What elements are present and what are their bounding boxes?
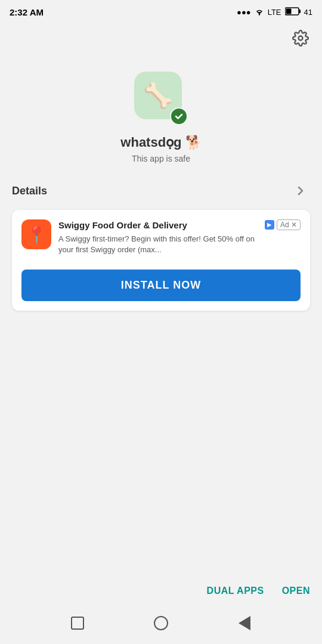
ad-content: 📍 Swiggy Food Order & Delivery A Swiggy … bbox=[21, 219, 265, 255]
sponsored-icon: ▶ bbox=[265, 220, 274, 230]
ad-top-row: 📍 Swiggy Food Order & Delivery A Swiggy … bbox=[21, 219, 301, 255]
main-content: 🦴 whatsdọg 🐕 This app is safe Details 📍 bbox=[0, 24, 322, 311]
svg-point-4 bbox=[299, 36, 303, 41]
ad-description: A Swiggy first-timer? Begin with this of… bbox=[58, 234, 265, 255]
open-button[interactable]: OPEN bbox=[282, 586, 310, 596]
status-bar: 2:32 AM ●●● LTE 41 bbox=[0, 0, 322, 24]
wifi-icon bbox=[255, 7, 264, 17]
status-time: 2:32 AM bbox=[10, 7, 44, 17]
dual-apps-button[interactable]: DUAL APPS bbox=[207, 586, 264, 596]
status-icons: ●●● LTE 41 bbox=[237, 7, 312, 17]
back-icon bbox=[239, 616, 250, 630]
bottom-actions: DUAL APPS OPEN bbox=[0, 586, 322, 596]
ad-text-block: Swiggy Food Order & Delivery A Swiggy fi… bbox=[58, 219, 265, 255]
details-arrow-button[interactable] bbox=[291, 181, 310, 200]
app-icon-container: 🦴 bbox=[134, 72, 188, 125]
verified-badge bbox=[170, 107, 188, 125]
back-button[interactable] bbox=[236, 614, 253, 632]
home-button[interactable] bbox=[152, 614, 170, 632]
ad-label-area: ▶ Ad ✕ bbox=[265, 219, 301, 230]
lte-icon: LTE bbox=[268, 8, 281, 17]
settings-button[interactable] bbox=[289, 26, 312, 50]
battery-icon bbox=[285, 7, 301, 17]
app-icon-emoji: 🦴 bbox=[143, 82, 173, 110]
svg-rect-3 bbox=[286, 8, 291, 14]
recent-apps-icon bbox=[71, 617, 84, 630]
svg-point-0 bbox=[258, 14, 259, 15]
swiggy-app-icon: 📍 bbox=[21, 219, 51, 249]
install-now-button[interactable]: INSTALL NOW bbox=[21, 270, 301, 301]
recent-apps-button[interactable] bbox=[69, 614, 86, 632]
app-safe-text: This app is safe bbox=[132, 154, 190, 163]
ad-card: 📍 Swiggy Food Order & Delivery A Swiggy … bbox=[12, 210, 310, 311]
battery-percent: 41 bbox=[304, 8, 312, 17]
signal-icon: ●●● bbox=[237, 8, 251, 17]
app-title: whatsdọg 🐕 bbox=[120, 135, 201, 150]
home-icon bbox=[154, 616, 168, 630]
details-label: Details bbox=[12, 185, 47, 197]
ad-title: Swiggy Food Order & Delivery bbox=[58, 219, 265, 231]
ad-badge: Ad ✕ bbox=[277, 219, 301, 230]
nav-bar bbox=[0, 602, 322, 644]
svg-rect-2 bbox=[299, 10, 301, 13]
details-row[interactable]: Details bbox=[0, 181, 322, 200]
